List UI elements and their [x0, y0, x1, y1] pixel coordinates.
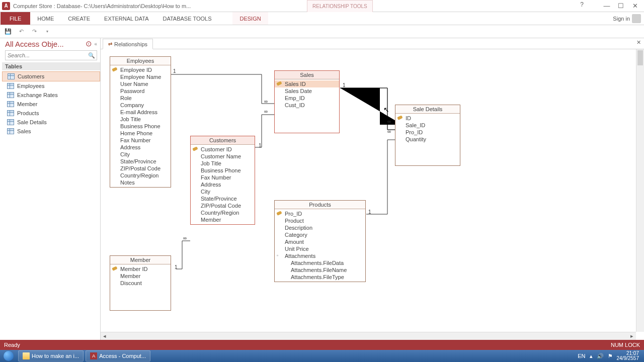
field-employee-id[interactable]: Employee ID [110, 66, 171, 73]
field[interactable]: Sale_ID [395, 122, 460, 129]
field-id[interactable]: ID [395, 115, 460, 122]
field[interactable]: Member [191, 216, 255, 223]
tray-flag-icon[interactable]: ⚑ [608, 353, 613, 359]
nav-collapse-icon[interactable]: « [94, 41, 97, 47]
field[interactable]: Category [275, 231, 365, 238]
field[interactable]: Amount [275, 238, 365, 245]
field[interactable]: Discount [110, 280, 171, 287]
field[interactable]: Password [110, 87, 171, 95]
field[interactable]: Job Title [110, 116, 171, 123]
tab-home[interactable]: HOME [30, 12, 61, 25]
nav-search[interactable]: 🔍 [5, 50, 97, 60]
field[interactable]: Customer Name [191, 153, 255, 160]
field[interactable]: Address [191, 181, 255, 188]
field[interactable]: E-mail Address [110, 109, 171, 116]
tray-show-hidden-icon[interactable]: ▴ [590, 353, 593, 359]
tab-create[interactable]: CREATE [61, 12, 97, 25]
field[interactable]: Member [110, 273, 171, 280]
field[interactable]: Business Phone [110, 123, 171, 130]
scroll-left-icon[interactable]: ◂ [101, 332, 109, 340]
redo-icon[interactable]: ↷ [29, 27, 39, 37]
file-tab[interactable]: FILE [1, 12, 30, 25]
document-tab-relationships[interactable]: ⇄ Relationships [103, 39, 153, 49]
sign-in-link[interactable]: Sign in [610, 12, 644, 25]
field[interactable]: Country/Region [191, 209, 255, 216]
field[interactable]: Quantity [395, 136, 460, 143]
field[interactable]: Product [275, 217, 365, 224]
nav-item-sales[interactable]: Sales [2, 127, 100, 136]
nav-item-employees[interactable]: Employees [2, 81, 100, 90]
search-icon[interactable]: 🔍 [87, 52, 97, 59]
field[interactable]: Description [275, 224, 365, 231]
tab-external-data[interactable]: EXTERNAL DATA [97, 12, 155, 25]
field[interactable]: Business Phone [191, 167, 255, 174]
field[interactable]: ZIP/Postal Code [110, 165, 171, 172]
field[interactable]: Unit Price [275, 245, 365, 252]
nav-pane-title[interactable]: All Access Obje... ⊙ « [2, 38, 100, 49]
qat-customize-icon[interactable]: ▾ [42, 27, 52, 37]
table-box-customers[interactable]: Customers Customer ID Customer Name Job … [190, 136, 255, 225]
field[interactable]: Attachments.FileData [275, 259, 365, 266]
horizontal-scrollbar[interactable]: ◂ ▸ [101, 332, 636, 340]
field[interactable]: Sales Date [275, 87, 339, 95]
table-box-employees[interactable]: Employees Employee ID Employee Name User… [110, 56, 171, 188]
field[interactable]: Emp_ID [275, 95, 339, 102]
taskbar-button-explorer[interactable]: How to make an i... [18, 350, 84, 361]
relationships-canvas[interactable]: Employees Employee ID Employee Name User… [101, 49, 644, 340]
table-box-member[interactable]: Member Member ID Member Discount [110, 255, 171, 311]
field[interactable]: State/Province [191, 195, 255, 202]
field[interactable]: City [191, 188, 255, 195]
field-customer-id[interactable]: Customer ID [191, 146, 255, 153]
nav-dropdown-icon[interactable]: ⊙ [86, 39, 92, 48]
field[interactable]: State/Province [110, 158, 171, 165]
language-indicator[interactable]: EN [578, 353, 585, 359]
field[interactable]: Fax Number [110, 137, 171, 144]
field[interactable]: ZIP/Postal Code [191, 202, 255, 209]
clock-date: 24/9/2557 [617, 356, 639, 361]
field[interactable]: Country/Region [110, 172, 171, 179]
field-member-id[interactable]: Member ID [110, 265, 171, 273]
field[interactable]: Employee Name [110, 73, 171, 80]
start-button[interactable] [0, 350, 17, 362]
nav-item-products[interactable]: Products [2, 109, 100, 118]
field[interactable]: Home Phone [110, 130, 171, 137]
vertical-scrollbar[interactable] [636, 49, 644, 332]
taskbar-button-access[interactable]: AAccess - Comput... [86, 350, 150, 361]
field[interactable]: Attachments.FileType [275, 274, 365, 281]
save-icon[interactable]: 💾 [3, 27, 13, 37]
field[interactable]: Job Title [191, 160, 255, 167]
field-attachments[interactable]: Attachments [275, 252, 365, 259]
tab-database-tools[interactable]: DATABASE TOOLS [155, 12, 218, 25]
table-box-sale-details[interactable]: Sale Details ID Sale_ID Pro_ID Quantity [395, 105, 460, 166]
field[interactable]: Pro_ID [395, 129, 460, 136]
field[interactable]: Attachments.FileName [275, 266, 365, 274]
tray-volume-icon[interactable]: 🔊 [597, 353, 604, 359]
field[interactable]: City [110, 151, 171, 158]
field-sales-id[interactable]: Sales ID [275, 80, 339, 87]
restore-button[interactable]: ☐ [614, 0, 628, 11]
field[interactable]: Role [110, 95, 171, 102]
close-button[interactable]: ✕ [628, 0, 642, 11]
nav-item-customers[interactable]: Customers [2, 71, 100, 81]
table-box-products[interactable]: Products Pro_ID Product Description Cate… [274, 200, 366, 282]
scroll-right-icon[interactable]: ▸ [628, 332, 636, 340]
nav-group-tables[interactable]: Tables [2, 62, 100, 70]
undo-icon[interactable]: ↶ [16, 27, 26, 37]
taskbar-clock[interactable]: 21:07 24/9/2557 [617, 351, 641, 361]
nav-item-exchange-rates[interactable]: Exchange Rates [2, 90, 100, 100]
field[interactable]: Company [110, 102, 171, 109]
nav-item-member[interactable]: Member [2, 100, 100, 109]
document-close-button[interactable]: ✕ [636, 39, 641, 46]
search-input[interactable] [6, 52, 87, 58]
field[interactable]: Fax Number [191, 174, 255, 181]
field[interactable]: User Name [110, 80, 171, 87]
field[interactable]: Notes [110, 179, 171, 186]
nav-item-sale-details[interactable]: Sale Details [2, 118, 100, 127]
field[interactable]: Address [110, 144, 171, 151]
minimize-button[interactable]: — [600, 0, 614, 11]
tab-design[interactable]: DESIGN [232, 12, 268, 25]
help-button[interactable]: ? [580, 1, 584, 8]
table-box-sales[interactable]: Sales Sales ID Sales Date Emp_ID Cust_ID [274, 70, 340, 133]
field-pro-id[interactable]: Pro_ID [275, 210, 365, 217]
field[interactable]: Cust_ID [275, 102, 339, 109]
